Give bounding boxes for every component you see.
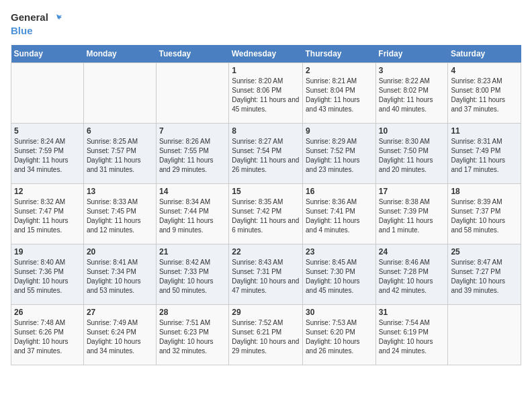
day-info: Sunrise: 8:45 AM Sunset: 7:30 PM Dayligh… — [306, 258, 373, 295]
day-info: Sunrise: 8:23 AM Sunset: 8:00 PM Dayligh… — [451, 77, 518, 114]
day-info: Sunrise: 8:33 AM Sunset: 7:45 PM Dayligh… — [87, 197, 153, 235]
day-number: 28 — [159, 308, 226, 317]
logo-blue: Blue — [11, 25, 33, 36]
weekday-header-sunday: Sunday — [11, 45, 84, 63]
day-number: 19 — [14, 247, 81, 257]
calendar-cell: 29Sunrise: 7:52 AM Sunset: 6:21 PM Dayli… — [229, 304, 303, 365]
day-info: Sunrise: 8:40 AM Sunset: 7:36 PM Dayligh… — [14, 258, 81, 295]
day-number: 15 — [232, 187, 300, 196]
day-info: Sunrise: 8:26 AM Sunset: 7:55 PM Dayligh… — [159, 137, 226, 175]
calendar-cell — [448, 304, 521, 365]
day-number: 29 — [232, 308, 300, 317]
weekday-header-tuesday: Tuesday — [156, 45, 228, 63]
day-info: Sunrise: 8:24 AM Sunset: 7:59 PM Dayligh… — [14, 137, 81, 175]
day-info: Sunrise: 8:34 AM Sunset: 7:44 PM Dayligh… — [159, 197, 226, 235]
day-number: 10 — [379, 126, 445, 136]
logo: General Blue — [11, 11, 62, 37]
day-number: 7 — [159, 126, 226, 136]
calendar-cell: 23Sunrise: 8:45 AM Sunset: 7:30 PM Dayli… — [303, 244, 376, 304]
weekday-header-friday: Friday — [375, 45, 448, 63]
day-number: 25 — [451, 247, 518, 257]
calendar-cell: 31Sunrise: 7:54 AM Sunset: 6:19 PM Dayli… — [375, 304, 448, 365]
day-info: Sunrise: 8:47 AM Sunset: 7:27 PM Dayligh… — [451, 258, 518, 295]
day-info: Sunrise: 8:31 AM Sunset: 7:49 PM Dayligh… — [451, 137, 518, 175]
calendar-cell: 15Sunrise: 8:35 AM Sunset: 7:42 PM Dayli… — [229, 183, 303, 244]
logo-bird-icon — [50, 12, 62, 24]
week-row-2: 5Sunrise: 8:24 AM Sunset: 7:59 PM Daylig… — [11, 123, 521, 183]
day-info: Sunrise: 7:51 AM Sunset: 6:23 PM Dayligh… — [159, 318, 226, 356]
calendar-cell: 18Sunrise: 8:39 AM Sunset: 7:37 PM Dayli… — [448, 183, 521, 244]
calendar-cell: 3Sunrise: 8:22 AM Sunset: 8:02 PM Daylig… — [375, 62, 448, 123]
week-row-4: 19Sunrise: 8:40 AM Sunset: 7:36 PM Dayli… — [11, 244, 521, 304]
calendar-cell: 6Sunrise: 8:25 AM Sunset: 7:57 PM Daylig… — [83, 123, 156, 183]
day-info: Sunrise: 8:41 AM Sunset: 7:34 PM Dayligh… — [87, 258, 153, 295]
day-number: 20 — [87, 247, 153, 257]
day-number: 3 — [379, 66, 445, 75]
page-header: General Blue — [11, 11, 521, 37]
calendar-cell: 26Sunrise: 7:48 AM Sunset: 6:26 PM Dayli… — [11, 304, 84, 365]
week-row-3: 12Sunrise: 8:32 AM Sunset: 7:47 PM Dayli… — [11, 183, 521, 244]
day-info: Sunrise: 7:49 AM Sunset: 6:24 PM Dayligh… — [87, 318, 153, 356]
day-info: Sunrise: 8:43 AM Sunset: 7:31 PM Dayligh… — [232, 258, 300, 295]
day-number: 12 — [14, 187, 81, 196]
calendar-cell: 4Sunrise: 8:23 AM Sunset: 8:00 PM Daylig… — [448, 62, 521, 123]
calendar-cell: 28Sunrise: 7:51 AM Sunset: 6:23 PM Dayli… — [156, 304, 228, 365]
day-number: 21 — [159, 247, 226, 257]
day-info: Sunrise: 8:36 AM Sunset: 7:41 PM Dayligh… — [306, 197, 373, 235]
day-number: 26 — [14, 308, 81, 317]
calendar-cell: 7Sunrise: 8:26 AM Sunset: 7:55 PM Daylig… — [156, 123, 228, 183]
calendar-cell: 14Sunrise: 8:34 AM Sunset: 7:44 PM Dayli… — [156, 183, 228, 244]
day-number: 8 — [232, 126, 300, 136]
calendar-cell: 8Sunrise: 8:27 AM Sunset: 7:54 PM Daylig… — [229, 123, 303, 183]
day-number: 24 — [379, 247, 445, 257]
calendar-cell — [83, 62, 156, 123]
day-info: Sunrise: 8:30 AM Sunset: 7:50 PM Dayligh… — [379, 137, 445, 175]
day-number: 16 — [306, 187, 373, 196]
day-number: 17 — [379, 187, 445, 196]
calendar-cell: 1Sunrise: 8:20 AM Sunset: 8:06 PM Daylig… — [229, 62, 303, 123]
calendar-cell — [11, 62, 84, 123]
calendar-cell: 24Sunrise: 8:46 AM Sunset: 7:28 PM Dayli… — [375, 244, 448, 304]
day-number: 1 — [232, 66, 300, 75]
day-number: 13 — [87, 187, 153, 196]
calendar-cell: 22Sunrise: 8:43 AM Sunset: 7:31 PM Dayli… — [229, 244, 303, 304]
calendar-cell: 11Sunrise: 8:31 AM Sunset: 7:49 PM Dayli… — [448, 123, 521, 183]
logo-general: General — [11, 11, 48, 23]
day-number: 2 — [306, 66, 373, 75]
day-number: 9 — [306, 126, 373, 136]
day-number: 5 — [14, 126, 81, 136]
day-info: Sunrise: 8:20 AM Sunset: 8:06 PM Dayligh… — [232, 77, 300, 114]
day-number: 22 — [232, 247, 300, 257]
weekday-header-monday: Monday — [83, 45, 156, 63]
day-info: Sunrise: 8:35 AM Sunset: 7:42 PM Dayligh… — [232, 197, 300, 235]
calendar-cell: 10Sunrise: 8:30 AM Sunset: 7:50 PM Dayli… — [375, 123, 448, 183]
day-info: Sunrise: 8:27 AM Sunset: 7:54 PM Dayligh… — [232, 137, 300, 175]
day-info: Sunrise: 8:46 AM Sunset: 7:28 PM Dayligh… — [379, 258, 445, 295]
calendar-cell: 12Sunrise: 8:32 AM Sunset: 7:47 PM Dayli… — [11, 183, 84, 244]
week-row-1: 1Sunrise: 8:20 AM Sunset: 8:06 PM Daylig… — [11, 62, 521, 123]
calendar-table: SundayMondayTuesdayWednesdayThursdayFrid… — [11, 45, 521, 365]
week-row-5: 26Sunrise: 7:48 AM Sunset: 6:26 PM Dayli… — [11, 304, 521, 365]
logo-container: General Blue — [11, 11, 62, 37]
day-info: Sunrise: 8:25 AM Sunset: 7:57 PM Dayligh… — [87, 137, 153, 175]
day-number: 27 — [87, 308, 153, 317]
day-info: Sunrise: 8:38 AM Sunset: 7:39 PM Dayligh… — [379, 197, 445, 235]
calendar-cell: 2Sunrise: 8:21 AM Sunset: 8:04 PM Daylig… — [303, 62, 376, 123]
day-info: Sunrise: 8:22 AM Sunset: 8:02 PM Dayligh… — [379, 77, 445, 114]
day-number: 30 — [306, 308, 373, 317]
day-number: 4 — [451, 66, 518, 75]
day-info: Sunrise: 7:54 AM Sunset: 6:19 PM Dayligh… — [379, 318, 445, 356]
day-number: 18 — [451, 187, 518, 196]
weekday-header-row: SundayMondayTuesdayWednesdayThursdayFrid… — [11, 45, 521, 63]
day-info: Sunrise: 8:39 AM Sunset: 7:37 PM Dayligh… — [451, 197, 518, 235]
day-number: 11 — [451, 126, 518, 136]
day-info: Sunrise: 7:53 AM Sunset: 6:20 PM Dayligh… — [306, 318, 373, 356]
day-number: 31 — [379, 308, 445, 317]
calendar-cell: 9Sunrise: 8:29 AM Sunset: 7:52 PM Daylig… — [303, 123, 376, 183]
calendar-cell: 27Sunrise: 7:49 AM Sunset: 6:24 PM Dayli… — [83, 304, 156, 365]
calendar-cell: 5Sunrise: 8:24 AM Sunset: 7:59 PM Daylig… — [11, 123, 84, 183]
calendar-cell: 16Sunrise: 8:36 AM Sunset: 7:41 PM Dayli… — [303, 183, 376, 244]
calendar-cell: 13Sunrise: 8:33 AM Sunset: 7:45 PM Dayli… — [83, 183, 156, 244]
day-info: Sunrise: 7:52 AM Sunset: 6:21 PM Dayligh… — [232, 318, 300, 356]
calendar-cell — [156, 62, 228, 123]
